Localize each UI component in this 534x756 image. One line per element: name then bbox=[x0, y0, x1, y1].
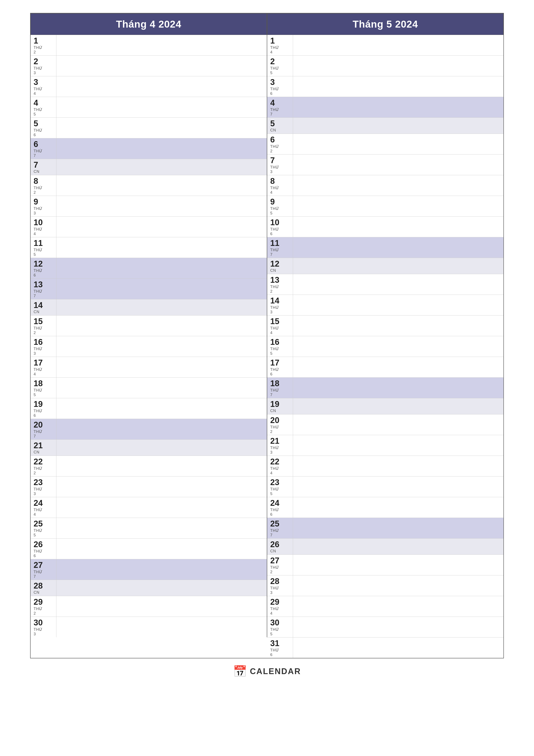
day-label: THỨ bbox=[270, 607, 279, 611]
day-week-number: 2 bbox=[34, 611, 36, 616]
day-week-number: 3 bbox=[34, 211, 36, 216]
day-row-april-5: 5THỨ6 bbox=[31, 118, 267, 138]
day-number: 11 bbox=[34, 239, 43, 247]
day-week-number: 5 bbox=[270, 351, 272, 356]
day-number: 28 bbox=[34, 582, 43, 590]
day-number-block-may-9: 9THỨ5 bbox=[267, 196, 293, 216]
day-week-number: 6 bbox=[270, 92, 272, 96]
day-content bbox=[56, 315, 267, 336]
day-number-block-may-3: 3THỨ6 bbox=[267, 76, 293, 97]
day-label: THỨ bbox=[34, 627, 42, 632]
day-number: 2 bbox=[270, 57, 275, 66]
day-label: THỨ bbox=[270, 87, 279, 92]
day-number-block-april-19: 19THỨ6 bbox=[31, 398, 56, 419]
day-number: 13 bbox=[34, 281, 43, 288]
day-content bbox=[56, 518, 267, 538]
day-content bbox=[293, 378, 503, 398]
day-number-block-may-8: 8THỨ4 bbox=[267, 175, 293, 196]
day-label: THỨ bbox=[34, 227, 42, 232]
day-week-number: 4 bbox=[34, 92, 36, 96]
day-number: 30 bbox=[270, 618, 279, 627]
day-number-block-may-15: 15THỨ4 bbox=[267, 315, 293, 336]
day-week-number: 6 bbox=[34, 554, 36, 558]
day-row-may-29: 29THỨ4 bbox=[267, 596, 503, 617]
day-number-block-may-6: 6THỨ2 bbox=[267, 134, 293, 154]
day-number: 4 bbox=[270, 99, 275, 107]
day-number: 2 bbox=[34, 57, 38, 66]
day-content bbox=[293, 97, 503, 118]
day-number: 24 bbox=[34, 499, 43, 507]
day-row-may-2: 2THỨ5 bbox=[267, 56, 503, 76]
day-content bbox=[293, 497, 503, 518]
day-week-number: 7 bbox=[270, 252, 272, 257]
day-week-number: 4 bbox=[270, 331, 272, 335]
day-number: 17 bbox=[34, 359, 43, 367]
day-content bbox=[293, 357, 503, 377]
day-number-block-april-8: 8THỨ2 bbox=[31, 175, 56, 196]
day-content bbox=[56, 398, 267, 419]
day-week-number: 5 bbox=[270, 492, 272, 496]
day-row-may-1: 1THỨ4 bbox=[267, 35, 503, 56]
day-row-may-5: 5CN bbox=[267, 118, 503, 134]
day-row-may-3: 3THỨ6 bbox=[267, 76, 503, 97]
calendar-icon: 📅 bbox=[233, 665, 248, 678]
day-week-number: 7 bbox=[270, 533, 272, 537]
day-row-april-6: 6THỨ7 bbox=[31, 138, 267, 159]
day-week-number: 6 bbox=[34, 273, 36, 278]
day-row-april-13: 13THỨ7 bbox=[31, 279, 267, 299]
day-week-number: 7 bbox=[34, 153, 36, 158]
day-row-may-6: 6THỨ2 bbox=[267, 134, 503, 154]
day-row-april-2: 2THỨ3 bbox=[31, 56, 267, 76]
day-number: 6 bbox=[270, 136, 275, 144]
day-number: 15 bbox=[270, 317, 279, 325]
day-content bbox=[56, 476, 267, 497]
day-row-april-23: 23THỨ3 bbox=[31, 476, 267, 497]
day-label: CN bbox=[34, 169, 39, 174]
day-row-april-16: 16THỨ3 bbox=[31, 336, 267, 357]
day-row-may-30: 30THỨ5 bbox=[267, 617, 503, 637]
day-number-block-may-1: 1THỨ4 bbox=[267, 35, 293, 55]
day-label: THỨ bbox=[270, 565, 279, 570]
day-number: 8 bbox=[34, 177, 38, 185]
day-label: THỨ bbox=[270, 144, 279, 149]
day-row-may-14: 14THỨ3 bbox=[267, 295, 503, 315]
day-number-block-may-19: 19CN bbox=[267, 398, 293, 414]
day-week-number: 2 bbox=[270, 289, 272, 294]
day-content bbox=[56, 596, 267, 617]
day-number: 22 bbox=[270, 458, 279, 466]
day-content bbox=[56, 456, 267, 476]
day-content bbox=[293, 274, 503, 295]
day-week-number: 2 bbox=[34, 50, 36, 55]
day-row-may-19: 19CN bbox=[267, 398, 503, 415]
day-week-number: 4 bbox=[34, 512, 36, 517]
day-number: 20 bbox=[270, 416, 279, 424]
day-week-number: 5 bbox=[34, 252, 36, 257]
day-number-block-may-4: 4THỨ7 bbox=[267, 97, 293, 118]
day-label: THỨ bbox=[34, 466, 42, 471]
day-week-number: 3 bbox=[270, 450, 272, 455]
day-row-may-28: 28THỨ3 bbox=[267, 576, 503, 596]
day-number-block-may-12: 12CN bbox=[267, 258, 293, 274]
day-number-block-april-20: 20THỨ7 bbox=[31, 419, 56, 440]
day-number-block-may-29: 29THỨ4 bbox=[267, 596, 293, 617]
day-label: THỨ bbox=[270, 248, 279, 252]
day-number: 21 bbox=[34, 441, 43, 449]
day-week-number: 5 bbox=[270, 632, 272, 636]
day-week-number: 3 bbox=[270, 590, 272, 595]
day-number: 11 bbox=[270, 239, 279, 247]
day-number: 17 bbox=[270, 359, 279, 367]
day-label: THỨ bbox=[34, 87, 42, 92]
day-label: THỨ bbox=[34, 507, 42, 512]
day-number: 1 bbox=[270, 37, 275, 45]
day-number-block-may-10: 10THỨ6 bbox=[267, 217, 293, 237]
day-number: 1 bbox=[34, 37, 38, 45]
day-content bbox=[293, 154, 503, 175]
day-row-april-18: 18THỨ5 bbox=[31, 378, 267, 398]
day-label: THỨ bbox=[34, 429, 42, 434]
day-week-number: 7 bbox=[34, 434, 36, 439]
day-number: 7 bbox=[270, 156, 275, 164]
day-row-april-17: 17THỨ4 bbox=[31, 357, 267, 378]
day-content bbox=[293, 596, 503, 617]
day-week-number: 6 bbox=[270, 512, 272, 517]
day-number: 26 bbox=[270, 540, 279, 549]
